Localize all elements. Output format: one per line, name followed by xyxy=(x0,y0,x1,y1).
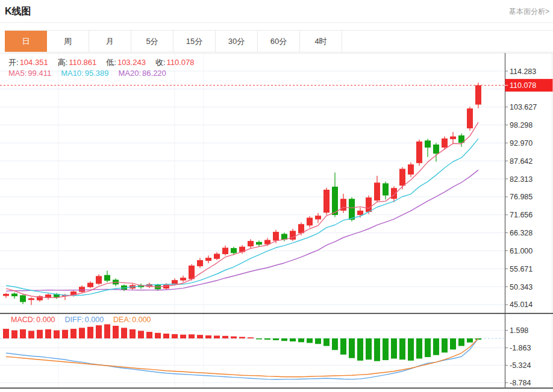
macd-bar xyxy=(113,326,119,338)
macd-bar xyxy=(104,325,110,338)
ohlcRow-item-2: 低:103.243 xyxy=(106,57,146,68)
candle-body xyxy=(248,241,254,246)
macd-bar xyxy=(315,338,321,344)
candle-body xyxy=(104,275,110,281)
macdRow-item-2: DEA:0.000 xyxy=(113,316,151,324)
tab-period-3[interactable]: 5分 xyxy=(131,31,173,52)
macd-bar xyxy=(121,328,127,338)
candle-body xyxy=(189,266,195,279)
macd-bar xyxy=(205,335,211,338)
maRow-item-2: MA20:86.220 xyxy=(118,69,166,78)
chart-header: K线图 基本面分析> xyxy=(0,0,553,23)
tab-period-5[interactable]: 30分 xyxy=(216,31,258,52)
axis-tick-label: 55.671 xyxy=(510,265,533,273)
macd-bar xyxy=(11,331,17,338)
macd-bar xyxy=(28,331,34,338)
macd-bar xyxy=(155,333,161,338)
maRow-item-0: MA5:99.411 xyxy=(8,69,51,78)
macd-bar xyxy=(366,338,372,359)
tab-period-2[interactable]: 月 xyxy=(89,31,131,52)
macd-bar xyxy=(467,338,473,343)
ma10-line xyxy=(6,138,478,295)
tab-period-7[interactable]: 4时 xyxy=(300,31,342,52)
macd-axis: 1.598-1.863-5.324-8.784 xyxy=(505,326,531,387)
candle-body xyxy=(315,216,321,219)
macd-bar xyxy=(273,338,279,340)
candle-body xyxy=(273,232,279,241)
ma-info-row: MA5:99.411MA10:95.389MA20:86.220 xyxy=(8,69,166,78)
macd-bar xyxy=(281,338,287,341)
candle-body xyxy=(374,182,380,201)
ohlcRow-item-3: 收:110.078 xyxy=(155,57,195,68)
macd-bar xyxy=(138,331,144,338)
kline-page: 114.283108.955103.62798.29892.97087.6428… xyxy=(0,0,553,392)
candle-body xyxy=(366,198,372,212)
axis-tick-label: 76.985 xyxy=(510,193,533,201)
dea-line xyxy=(6,338,478,377)
axis-tick-label: 66.328 xyxy=(510,229,533,237)
macd-bar xyxy=(374,338,380,361)
value: 0.000 xyxy=(85,316,104,324)
macd-bar xyxy=(239,337,245,338)
ohlc-info-row: 开:104.351高:110.861低:103.243收:110.078 xyxy=(8,57,195,68)
axis-tick-label: -8.784 xyxy=(510,379,531,387)
macd-bar xyxy=(20,329,26,338)
macd-bar xyxy=(163,334,169,338)
candle-body xyxy=(28,298,34,300)
axis-tick-label: 98.298 xyxy=(510,121,533,129)
candle-body xyxy=(475,86,481,105)
candle-body xyxy=(214,254,220,258)
candle-body xyxy=(231,248,237,253)
label: MA20: xyxy=(118,69,141,78)
ohlcRow-item-1: 高:110.861 xyxy=(58,57,97,68)
axis-tick-label: 82.313 xyxy=(510,175,533,184)
candle-body xyxy=(450,137,456,139)
candle-body xyxy=(96,276,102,284)
candle-body xyxy=(197,260,203,266)
candle-body xyxy=(357,211,363,215)
macd-bar xyxy=(399,338,405,359)
candle-body xyxy=(399,169,405,185)
axis-tick-label: -1.863 xyxy=(510,344,531,352)
page-title: K线图 xyxy=(5,5,31,18)
value: 110.861 xyxy=(69,58,96,67)
macd-bar xyxy=(79,328,85,338)
macd-bar xyxy=(70,329,77,338)
value: 104.351 xyxy=(20,58,48,67)
macd-bar xyxy=(340,338,346,355)
label: DEA: xyxy=(113,316,131,324)
tab-period-1[interactable]: 周 xyxy=(47,31,89,52)
macd-bar xyxy=(383,338,389,360)
value: 0.000 xyxy=(36,316,55,324)
period-tabbar: 日周月5分15分30分60分4时 xyxy=(5,30,553,52)
fundamental-analysis-link[interactable]: 基本面分析> xyxy=(509,7,549,17)
candle-body xyxy=(20,295,26,302)
label: 低: xyxy=(106,58,116,67)
macd-bar xyxy=(96,325,102,338)
ohlcRow-item-0: 开:104.351 xyxy=(8,57,48,68)
macd-bar xyxy=(87,327,93,338)
candle-body xyxy=(408,164,414,175)
macd-bar xyxy=(54,331,60,338)
candle-body xyxy=(323,190,330,213)
axis-tick-label: 87.642 xyxy=(510,157,533,166)
tab-period-4[interactable]: 15分 xyxy=(173,31,216,52)
macd-bar xyxy=(146,332,152,338)
candle-body xyxy=(172,280,178,284)
value: 103.243 xyxy=(117,58,146,67)
macd-bar xyxy=(197,335,203,338)
axis-tick-label: -5.324 xyxy=(510,361,531,370)
macd-bar xyxy=(37,330,43,338)
candle-body xyxy=(425,140,431,148)
macd-bar xyxy=(45,329,51,338)
macd-bar xyxy=(231,337,237,338)
ma20-line xyxy=(6,170,478,291)
axis-tick-label: 114.283 xyxy=(510,67,536,76)
tab-period-6[interactable]: 60分 xyxy=(258,31,300,52)
candle-body xyxy=(222,247,228,254)
label: MA5: xyxy=(8,69,27,78)
macd-bar xyxy=(425,338,431,357)
candle-body xyxy=(467,108,473,128)
tab-period-0[interactable]: 日 xyxy=(5,31,47,52)
label: 高: xyxy=(58,58,68,67)
